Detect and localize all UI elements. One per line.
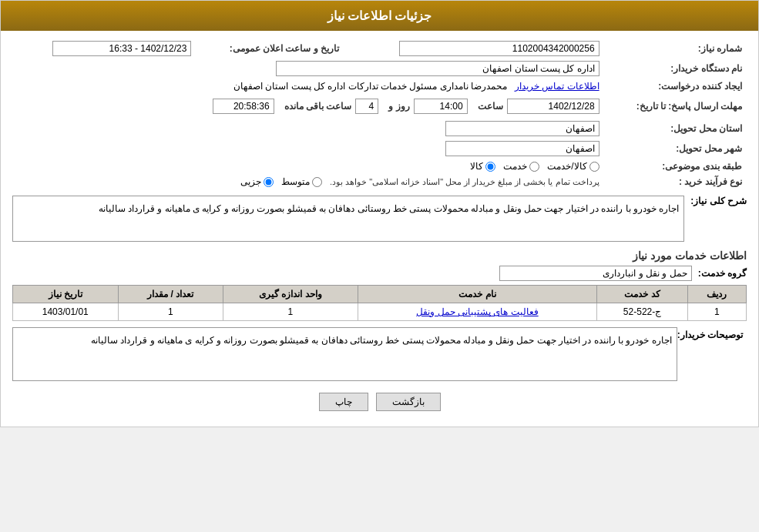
need-number-cell: 1102004342000256 <box>344 38 604 59</box>
category-kala-radio[interactable] <box>485 162 495 172</box>
date-value: 1402/12/23 - 16:33 <box>52 41 191 56</box>
row-reply-deadline: مهلت ارسال پاسخ: تا تاریخ: 1402/12/28 سا… <box>12 94 747 119</box>
need-desc-container: اجاره خودرو با راننده در اختیار جهت حمل … <box>12 196 684 242</box>
info-table: شماره نیاز: 1102004342000256 تاریخ و ساع… <box>12 38 747 189</box>
category-khedmat-radio[interactable] <box>529 162 539 172</box>
need-desc-value: اجاره خودرو با راننده در اختیار جهت حمل … <box>12 196 684 242</box>
process-note: پرداخت تمام یا بخشی از مبلغ خریدار از مح… <box>330 177 599 187</box>
buyer-desc-box: اجاره خودرو با راننده در اختیار جهت حمل … <box>12 327 677 381</box>
requester-org-value: اداره کل پست استان اصفهان <box>276 61 599 76</box>
service-group-row: گروه خدمت: حمل و نقل و انبارداری <box>12 266 747 281</box>
process-cell: پرداخت تمام یا بخشی از مبلغ خریدار از مح… <box>12 174 604 189</box>
reply-remaining-label: ساعت باقی مانده <box>278 101 352 112</box>
page-wrapper: جزئیات اطلاعات نیاز شماره نیاز: 11020043… <box>0 0 759 427</box>
reply-deadline-label: مهلت ارسال پاسخ: تا تاریخ: <box>604 94 747 119</box>
reply-deadline-row: 1402/12/28 ساعت 14:00 روز و 4 ساعت باقی … <box>17 99 599 114</box>
process-jozvi-option[interactable]: جزیی <box>240 176 274 187</box>
category-kala-khedmat-option[interactable]: کالا/خدمت <box>547 161 599 172</box>
creator-cell: اطلاعات تماس خریدار محمدرضا نامداری مسئو… <box>12 79 604 94</box>
row-creator: ایجاد کننده درخواست: اطلاعات تماس خریدار… <box>12 79 747 94</box>
province-value: اصفهان <box>445 121 599 136</box>
service-table-header: ردیف کد خدمت نام خدمت واحد اندازه گیری ت… <box>13 286 747 303</box>
date-cell: 1402/12/23 - 16:33 <box>12 38 196 59</box>
row-category: طبقه بندی موضوعی: کالا/خدمت خدمت <box>12 159 747 174</box>
category-kala-khedmat-label: کالا/خدمت <box>547 161 586 172</box>
city-label: شهر محل تحویل: <box>604 139 747 159</box>
category-label: طبقه بندی موضوعی: <box>604 159 747 174</box>
col-date: تاریخ نیاز <box>13 286 119 303</box>
service-group-label: گروه خدمت: <box>698 268 747 279</box>
date-label: تاریخ و ساعت اعلان عمومی: <box>196 38 344 59</box>
reply-time: 14:00 <box>414 99 468 114</box>
service-info-title: اطلاعات خدمات مورد نیاز <box>12 249 747 262</box>
page-header: جزئیات اطلاعات نیاز <box>1 1 758 31</box>
service-table-body: 1ج-522-52فعالیت های پشتیبانی حمل ونقل111… <box>13 303 747 321</box>
buyer-desc-section: توصیحات خریدار: اجاره خودرو با راننده در… <box>12 327 747 381</box>
requester-org-label: نام دستگاه خریدار: <box>604 59 747 79</box>
process-label: نوع فرآیند خرید : <box>604 174 747 189</box>
page-title: جزئیات اطلاعات نیاز <box>327 9 432 22</box>
category-khedmat-option[interactable]: خدمت <box>503 161 539 172</box>
need-number-label: شماره نیاز: <box>604 38 747 59</box>
buttons-row: بازگشت چاپ <box>12 393 747 411</box>
table-row: 1ج-522-52فعالیت های پشتیبانی حمل ونقل111… <box>13 303 747 321</box>
process-motavaset-label: متوسط <box>281 176 310 187</box>
creator-value: محمدرضا نامداری مسئول خدمات تدارکات ادار… <box>233 81 507 92</box>
service-table: ردیف کد خدمت نام خدمت واحد اندازه گیری ت… <box>12 285 747 321</box>
process-radio-group: پرداخت تمام یا بخشی از مبلغ خریدار از مح… <box>17 176 599 187</box>
process-jozvi-radio[interactable] <box>264 177 274 187</box>
reply-time-label: ساعت <box>472 101 503 112</box>
col-quantity: تعداد / مقدار <box>118 286 223 303</box>
reply-days: 4 <box>355 99 378 114</box>
category-kala-label: کالا <box>470 161 483 172</box>
main-content: شماره نیاز: 1102004342000256 تاریخ و ساع… <box>1 31 758 427</box>
need-number-value: 1102004342000256 <box>399 41 599 56</box>
category-kala-khedmat-radio[interactable] <box>589 162 599 172</box>
need-desc-section: شرح کلی نیاز: اجاره خودرو با راننده در ا… <box>12 196 747 242</box>
category-khedmat-label: خدمت <box>503 161 527 172</box>
row-process: نوع فرآیند خرید : پرداخت تمام یا بخشی از… <box>12 174 747 189</box>
reply-remaining: 20:58:36 <box>213 99 274 114</box>
row-province: استان محل تحویل: اصفهان <box>12 119 747 139</box>
row-need-number: شماره نیاز: 1102004342000256 تاریخ و ساع… <box>12 38 747 59</box>
reply-date: 1402/12/28 <box>507 99 599 114</box>
col-service-name: نام خدمت <box>358 286 597 303</box>
col-row-num: ردیف <box>687 286 746 303</box>
col-unit: واحد اندازه گیری <box>223 286 358 303</box>
row-city: شهر محل تحویل: اصفهان <box>12 139 747 159</box>
buyer-desc-label: توصیحات خریدار: <box>677 327 747 340</box>
print-button[interactable]: چاپ <box>319 393 368 411</box>
creator-label: ایجاد کننده درخواست: <box>604 79 747 94</box>
contact-link[interactable]: اطلاعات تماس خریدار <box>515 81 599 92</box>
province-cell: اصفهان <box>12 119 604 139</box>
process-jozvi-label: جزیی <box>240 176 261 187</box>
reply-days-label: روز و <box>382 101 409 112</box>
category-cell: کالا/خدمت خدمت کالا <box>12 159 604 174</box>
row-requester-org: نام دستگاه خریدار: اداره کل پست استان اص… <box>12 59 747 79</box>
need-desc-label: شرح کلی نیاز: <box>684 196 747 206</box>
process-motavaset-radio[interactable] <box>312 177 322 187</box>
province-label: استان محل تحویل: <box>604 119 747 139</box>
reply-deadline-cell: 1402/12/28 ساعت 14:00 روز و 4 ساعت باقی … <box>12 94 604 119</box>
col-service-code: کد خدمت <box>597 286 688 303</box>
requester-org-cell: اداره کل پست استان اصفهان <box>12 59 604 79</box>
service-table-header-row: ردیف کد خدمت نام خدمت واحد اندازه گیری ت… <box>13 286 747 303</box>
category-radio-group: کالا/خدمت خدمت کالا <box>17 161 599 172</box>
service-group-value: حمل و نقل و انبارداری <box>499 266 692 281</box>
back-button[interactable]: بازگشت <box>376 393 441 411</box>
city-value: اصفهان <box>445 141 599 156</box>
process-motavaset-option[interactable]: متوسط <box>281 176 322 187</box>
category-kala-option[interactable]: کالا <box>470 161 495 172</box>
city-cell: اصفهان <box>12 139 604 159</box>
